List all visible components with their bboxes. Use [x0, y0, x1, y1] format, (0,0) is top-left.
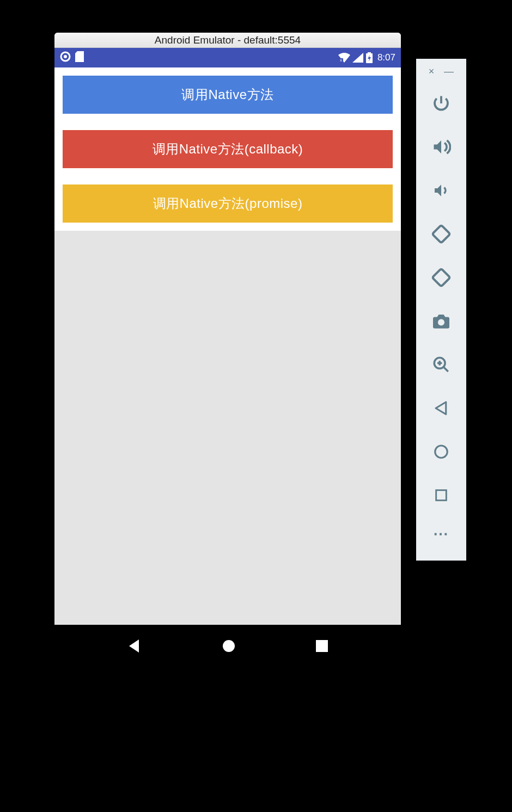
camera-button[interactable]	[416, 299, 466, 343]
volume-up-button[interactable]	[416, 125, 466, 169]
call-native-promise-button[interactable]: 调用Native方法(promise)	[63, 184, 393, 223]
svg-rect-5	[368, 52, 371, 54]
svg-point-10	[438, 319, 444, 325]
svg-point-6	[223, 640, 235, 652]
volume-down-button[interactable]	[416, 169, 466, 212]
svg-rect-16	[436, 490, 447, 501]
app-screen: x 8:07 调用Native方法 调用Native方法(cal	[54, 48, 401, 625]
rotate-left-button[interactable]	[416, 212, 466, 256]
emulator-toolbar: × — ⋯	[416, 59, 466, 561]
nav-overview-button[interactable]	[315, 639, 328, 653]
battery-icon	[365, 52, 373, 63]
home-button[interactable]	[416, 430, 466, 473]
sd-card-icon	[75, 51, 84, 65]
emulator-window: Android Emulator - default:5554 x	[54, 33, 401, 667]
svg-point-15	[435, 446, 448, 458]
svg-rect-7	[316, 640, 328, 652]
minimize-icon[interactable]: —	[444, 66, 454, 76]
call-native-button[interactable]: 调用Native方法	[63, 76, 393, 114]
rotate-right-button[interactable]	[416, 256, 466, 299]
button-label: 调用Native方法(callback)	[153, 140, 303, 158]
nav-back-button[interactable]	[127, 638, 142, 654]
back-button[interactable]	[416, 386, 466, 430]
window-title: Android Emulator - default:5554	[155, 34, 301, 46]
status-bar: x 8:07	[54, 48, 401, 67]
power-button[interactable]	[416, 82, 466, 125]
nav-home-button[interactable]	[221, 638, 236, 654]
more-button[interactable]: ⋯	[416, 517, 466, 550]
svg-point-1	[64, 55, 67, 58]
zoom-button[interactable]	[416, 343, 466, 386]
svg-text:x: x	[340, 58, 342, 62]
button-label: 调用Native方法	[181, 86, 273, 103]
overview-button[interactable]	[416, 473, 466, 517]
status-right: x 8:07	[338, 52, 395, 63]
window-titlebar[interactable]: Android Emulator - default:5554	[54, 33, 401, 48]
more-icon: ⋯	[433, 525, 449, 543]
close-icon[interactable]: ×	[429, 66, 435, 76]
call-native-callback-button[interactable]: 调用Native方法(callback)	[63, 130, 393, 168]
content-area: 调用Native方法 调用Native方法(callback) 调用Native…	[54, 67, 401, 231]
button-label: 调用Native方法(promise)	[153, 195, 303, 212]
svg-rect-8	[432, 225, 450, 243]
clock: 8:07	[377, 52, 395, 63]
wifi-icon: x	[338, 53, 350, 63]
svg-line-12	[443, 367, 448, 372]
signal-icon	[352, 53, 363, 63]
android-navbar	[54, 625, 401, 667]
device-screen: x 8:07 调用Native方法 调用Native方法(cal	[54, 48, 401, 667]
circle-icon	[60, 51, 71, 65]
status-left	[60, 51, 84, 65]
svg-rect-9	[432, 269, 450, 287]
toolbar-top-controls: × —	[416, 66, 466, 82]
